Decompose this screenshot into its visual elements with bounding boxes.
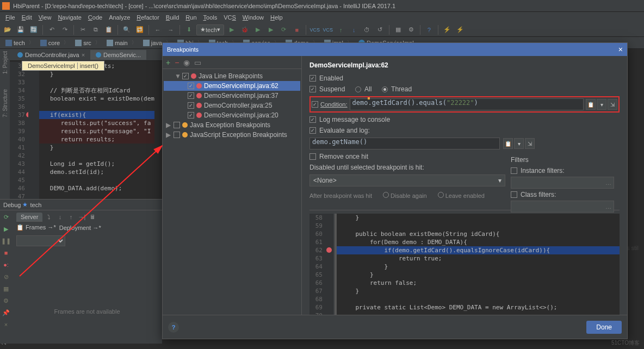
menu-file[interactable]: File <box>2 13 18 22</box>
redo-icon[interactable]: ↷ <box>59 24 70 35</box>
open-icon[interactable]: 📂 <box>2 24 13 35</box>
cut-icon[interactable]: ✂ <box>77 24 88 35</box>
close-icon[interactable]: × <box>2 320 10 329</box>
step-out-icon[interactable]: ↑ <box>66 213 75 221</box>
jrebel-icon[interactable]: ⚡ <box>442 24 453 35</box>
lang-icon[interactable]: 📋 <box>586 99 596 110</box>
menu-edit[interactable]: Edit <box>18 13 35 22</box>
disable-again-radio[interactable] <box>383 192 389 198</box>
find-icon[interactable]: 🔍 <box>121 24 132 35</box>
jrebel2-icon[interactable]: ⚡ <box>455 24 466 35</box>
structure-icon[interactable]: ▦ <box>393 24 404 35</box>
build-icon[interactable]: ⬇ <box>183 24 194 35</box>
settings-icon[interactable]: ⚙ <box>2 296 10 305</box>
class-filters-input[interactable]: … <box>511 201 614 213</box>
mute-bp-icon[interactable]: ⊘ <box>2 272 10 281</box>
help-icon[interactable]: ? <box>424 24 435 35</box>
run2-icon[interactable]: ▶ <box>252 24 263 35</box>
breadcrumb-item[interactable]: core <box>38 39 71 46</box>
breadcrumb-item[interactable]: tech <box>3 39 36 46</box>
tree-category[interactable]: ▶Java Exception Breakpoints <box>164 120 300 130</box>
vcs-up-icon[interactable]: ↑ <box>336 24 346 35</box>
close-icon[interactable]: × <box>82 52 85 58</box>
eval-input[interactable]: demo.getName() <box>309 138 500 149</box>
leave-enabled-radio[interactable] <box>438 192 444 198</box>
group-icon[interactable]: ▭ <box>194 58 201 67</box>
vcs-revert-icon[interactable]: ↺ <box>375 24 386 35</box>
thread-radio[interactable] <box>382 86 388 92</box>
tree-breakpoint-item[interactable]: DemoController.java:25 <box>164 101 300 110</box>
checkbox[interactable] <box>174 122 180 128</box>
stop-icon[interactable]: ■ <box>2 248 10 257</box>
back-icon[interactable]: ← <box>152 24 163 35</box>
tab-server[interactable]: Server <box>16 213 42 221</box>
menu-code[interactable]: Code <box>85 13 106 22</box>
stop-icon[interactable]: ■ <box>292 24 302 35</box>
step-into-icon[interactable]: ↓ <box>55 213 64 221</box>
checkbox[interactable] <box>188 112 194 119</box>
remove-checkbox[interactable] <box>309 153 316 160</box>
frames-select[interactable] <box>16 235 65 246</box>
checkbox[interactable] <box>174 132 180 138</box>
sdk-icon[interactable]: ⚙ <box>406 24 417 35</box>
pause-icon[interactable]: ❚❚ <box>2 236 10 245</box>
menu-window[interactable]: Window <box>239 13 267 22</box>
class-filters-checkbox[interactable] <box>511 191 517 198</box>
step-over-icon[interactable]: ⤵ <box>45 213 53 221</box>
history-dropdown-icon[interactable]: ▾ <box>597 99 606 110</box>
tree-category[interactable]: ▼Java Line Breakpoints <box>164 71 300 81</box>
evaluate-icon[interactable]: 🖩 <box>88 213 97 221</box>
pin-icon[interactable]: 📌 <box>2 308 10 317</box>
menu-help[interactable]: Help <box>267 13 286 22</box>
layout-icon[interactable]: ▦ <box>2 284 10 293</box>
enabled-checkbox[interactable] <box>309 75 316 82</box>
instance-filters-checkbox[interactable] <box>511 167 517 174</box>
tab-project[interactable]: 1: Project <box>1 49 9 76</box>
help-icon[interactable]: ? <box>168 322 179 333</box>
save-icon[interactable]: 💾 <box>15 24 26 35</box>
remove-icon[interactable]: − <box>175 58 179 67</box>
lang-icon[interactable]: 📋 <box>503 138 513 149</box>
replace-icon[interactable]: 🔁 <box>134 24 145 35</box>
close-icon[interactable]: × <box>618 45 623 54</box>
debug-icon[interactable]: 🐞 <box>239 24 250 35</box>
editor-tab[interactable]: DemoController.java× <box>12 50 90 60</box>
checkbox[interactable] <box>188 102 194 109</box>
undo-icon[interactable]: ↶ <box>46 24 57 35</box>
vcs-icon[interactable]: VCS <box>309 24 320 35</box>
debug-header[interactable]: Debug ★tech <box>0 200 162 210</box>
instance-filters-input[interactable]: … <box>511 177 614 189</box>
condition-checkbox[interactable] <box>312 101 318 108</box>
forward-icon[interactable]: → <box>165 24 176 35</box>
history-dropdown-icon[interactable]: ▾ <box>514 138 524 149</box>
editor-tab[interactable]: DemoServic... <box>90 50 146 60</box>
log-checkbox[interactable] <box>309 116 316 123</box>
disabled-until-select[interactable]: <None>▾ <box>309 174 505 186</box>
menu-vcs[interactable]: VCS <box>220 13 239 22</box>
dialog-title-bar[interactable]: Breakpoints × <box>163 43 627 56</box>
breadcrumb-item[interactable]: src <box>73 39 102 46</box>
ungroup-icon[interactable]: ◉ <box>183 58 190 67</box>
condition-input[interactable]: demo.getIdCard().equals("22222") <box>350 98 584 110</box>
rerun-icon[interactable]: ⟳ <box>2 213 10 221</box>
checkbox[interactable] <box>182 73 189 79</box>
run3-icon[interactable]: ▶ <box>265 24 276 35</box>
run-to-cursor-icon[interactable]: →| <box>77 213 86 221</box>
tree-breakpoint-item[interactable]: DemoServiceImpl.java:62 <box>164 81 300 91</box>
run-config-dropdown[interactable]: ★ tech ▾ <box>196 24 224 35</box>
menu-tools[interactable]: Tools <box>200 13 221 22</box>
copy-icon[interactable]: ⧉ <box>90 24 101 35</box>
paste-icon[interactable]: 📋 <box>103 24 114 35</box>
menu-analyze[interactable]: Analyze <box>106 13 133 22</box>
menu-navigate[interactable]: Navigate <box>54 13 84 22</box>
rerun-icon[interactable]: ⟳ <box>278 24 289 35</box>
tree-breakpoint-item[interactable]: DemoServiceImpl.java:20 <box>164 110 300 120</box>
checkbox[interactable] <box>188 92 194 99</box>
eval-checkbox[interactable] <box>309 127 316 134</box>
editor-left[interactable]: 313233343536373839404142434445464748 ret… <box>10 62 162 199</box>
expand-icon[interactable]: ⇲ <box>525 138 535 149</box>
checkbox[interactable] <box>188 83 194 89</box>
suspend-checkbox[interactable] <box>309 86 316 92</box>
add-icon[interactable]: + <box>166 58 170 67</box>
vcs-down-icon[interactable]: ↓ <box>349 24 360 35</box>
